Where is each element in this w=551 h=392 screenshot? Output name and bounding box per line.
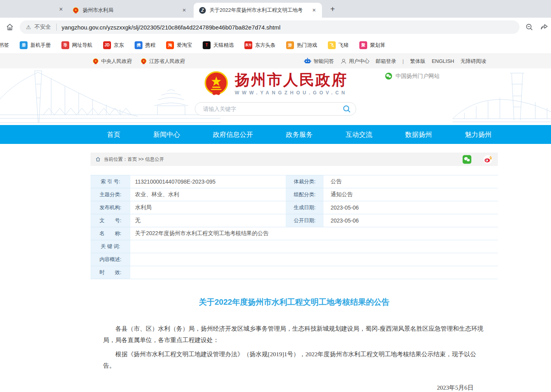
meta-value: 水利局 [132, 201, 286, 214]
ctrip-icon: 携 [135, 41, 142, 49]
traditional-chinese-link[interactable]: 繁体版 [410, 58, 425, 65]
jd-icon: JD [103, 41, 111, 49]
tab-title: 关于2022年度扬州市水利工程文明工地考 [209, 7, 310, 14]
meta-value: 2023-05-06 [325, 214, 498, 227]
bookmark-ctrip[interactable]: 携 携程 [135, 41, 155, 49]
nav-data-yangzhou[interactable]: 数据扬州 [405, 130, 432, 139]
wechat-icon [385, 72, 392, 80]
table-row: 关 键 词: [91, 240, 498, 253]
link-label: 江苏省人民政府 [149, 58, 185, 65]
tab-active-announcement[interactable]: Z 关于2022年度扬州市水利工程文明工地考 ✕ [194, 3, 322, 18]
portal-caption[interactable]: 中国扬州门户网站 [385, 72, 440, 80]
meta-label: 主题分类: [91, 188, 132, 201]
site-favicon: Z [199, 7, 206, 14]
nav-interaction[interactable]: 互动交流 [346, 130, 372, 139]
url-text[interactable]: yangzhou.gov.cn/yzszxxgk/slj/202305/210c… [62, 24, 281, 31]
tab-title: 扬州市水利局 [83, 7, 180, 14]
bookmark-label: 爱淘宝 [177, 42, 192, 49]
tmall-icon: T [203, 41, 211, 49]
new-tab-button[interactable]: + [327, 4, 338, 14]
bookmark-mobile-bookmarks[interactable]: 机书签 [0, 42, 9, 49]
table-row: 名 称: 关于2022年度扬州市水利工程文明工地考核结果的公告 [91, 227, 498, 240]
meta-label: 文 号: [91, 214, 132, 227]
breadcrumb-home-icon [95, 156, 101, 162]
bookmark-eastday[interactable]: 东方 东方头条 [244, 41, 276, 49]
meta-label: 生成日期: [286, 201, 325, 214]
manual-icon: 册 [20, 41, 28, 49]
tab2-close-icon[interactable]: ✕ [180, 6, 188, 14]
nav-info-disclosure[interactable]: 政府信息公开 [213, 130, 253, 139]
table-row: 发布机构: 水利局 生成日期: 2023-05-06 [91, 201, 498, 214]
bookmark-label: 聚划算 [370, 42, 385, 49]
link-central-government[interactable]: 中央人民政府 [92, 58, 132, 65]
tab-yangzhou-water-bureau[interactable]: 扬州市水利局 ✕ [67, 3, 192, 18]
bookmark-label: 飞猪 [338, 42, 349, 49]
nav-gov-services[interactable]: 政务服务 [286, 130, 313, 139]
meta-value: 无 [132, 214, 286, 227]
weibo-share-icon[interactable] [483, 155, 492, 164]
table-row: 文 号: 无 公开日期: 2023-05-06 [91, 214, 498, 227]
zoom-out-icon[interactable] [524, 22, 534, 32]
meta-value [132, 266, 498, 279]
share-icon[interactable] [539, 22, 549, 32]
bookmark-hot-games[interactable]: 游 热门游戏 [286, 41, 317, 49]
accessibility-link[interactable]: 无障碍阅读 [460, 58, 486, 65]
bookmark-site-navigation[interactable]: 导 网址导航 [61, 41, 92, 49]
english-link[interactable]: ENGLISH [432, 58, 454, 64]
article-body: 各县（市、区）水利（务）局，扬州经济开发区城乡事务管理局，生态科技新城规划建设局… [91, 323, 498, 392]
link-label: 智能问答 [314, 58, 334, 65]
site-brand: 扬州市人民政府 WWW.YANGZHOU.GOV.CN [203, 71, 348, 97]
bookmark-tmall[interactable]: T 天猫精选 [203, 41, 234, 49]
mail-login-link[interactable]: 邮箱登录 [376, 58, 396, 65]
url-omnibox[interactable]: ⚠ 不安全 yangzhou.gov.cn/yzszxxgk/slj/20230… [20, 20, 520, 34]
nav-news-center[interactable]: 新闻中心 [153, 130, 180, 139]
main-navigation: 首页 新闻中心 政府信息公开 政务服务 互动交流 数据扬州 魅力扬州 [0, 125, 551, 144]
bookmark-juhuasuan[interactable]: 聚 聚划算 [359, 41, 385, 49]
meta-value: 2023-05-06 [325, 201, 498, 214]
bookmark-label: 天猫精选 [213, 42, 234, 49]
juhuasuan-icon: 聚 [359, 41, 367, 49]
tab1-close-icon[interactable]: ✕ [57, 5, 65, 13]
wechat-share-icon[interactable] [462, 155, 471, 164]
breadcrumb[interactable]: 当前位置：首页 >> 信息公开 [104, 156, 164, 163]
gov-emblem-icon [92, 58, 99, 64]
meta-value: 农业、林业、水利 [132, 188, 286, 201]
table-row: 时 效: [91, 266, 498, 279]
active-tab-close-icon[interactable]: ✕ [310, 6, 318, 14]
bookmark-label: 携程 [145, 42, 155, 49]
taobao-icon: 淘 [166, 41, 174, 49]
breadcrumb-bar: 当前位置：首页 >> 信息公开 [91, 153, 498, 166]
home-icon[interactable] [5, 22, 15, 32]
table-row: 索 引 号: 11321000014407098E-2023-095 体裁分类:… [91, 175, 498, 188]
meta-value: 11321000014407098E-2023-095 [132, 175, 286, 188]
table-row: 主题分类: 农业、林业、水利 组配分类: 通知公告 [91, 188, 498, 201]
bookmark-label: 京东 [114, 42, 124, 49]
link-jiangsu-government[interactable]: 江苏省人民政府 [141, 58, 185, 65]
bookmarks-bar: 机书签 册 新机手册 导 网址导航 JD 京东 携 携程 淘 爱淘宝 T 天猫精… [0, 37, 551, 54]
content-container: 当前位置：首页 >> 信息公开 索 引 号: 11321000014407098… [91, 153, 498, 392]
games-icon: 游 [286, 41, 294, 49]
meta-label: 组配分类: [286, 188, 325, 201]
site-url-caption: WWW.YANGZHOU.GOV.CN [235, 90, 348, 96]
bridge-artwork-right [453, 68, 551, 125]
user-center-link[interactable]: 用户中心 [340, 58, 370, 65]
warning-icon: ⚠ [26, 24, 31, 30]
nav-charming-yangzhou[interactable]: 魅力扬州 [465, 130, 492, 139]
meta-value: 公告 [325, 175, 498, 188]
meta-value: 关于2022年度扬州市水利工程文明工地考核结果的公告 [132, 227, 498, 240]
bookmark-fliggy[interactable]: 飞 飞猪 [328, 41, 349, 49]
bookmark-jd[interactable]: JD 京东 [103, 41, 124, 49]
nav-home[interactable]: 首页 [107, 130, 120, 139]
national-emblem [203, 71, 229, 97]
bridge-artwork-left [0, 68, 220, 125]
search-input[interactable] [203, 106, 342, 112]
smart-qa-link[interactable]: 智能问答 [304, 58, 334, 65]
bookmark-new-device-manual[interactable]: 册 新机手册 [20, 41, 51, 49]
search-icon[interactable] [342, 105, 351, 113]
bookmark-label: 网址导航 [72, 42, 92, 49]
security-label[interactable]: 不安全 [35, 24, 51, 31]
bookmark-aitaobao[interactable]: 淘 爱淘宝 [166, 41, 192, 49]
omnibox-divider [56, 24, 57, 31]
document-meta-table: 索 引 号: 11321000014407098E-2023-095 体裁分类:… [91, 175, 498, 279]
meta-label: 发布机构: [91, 201, 132, 214]
